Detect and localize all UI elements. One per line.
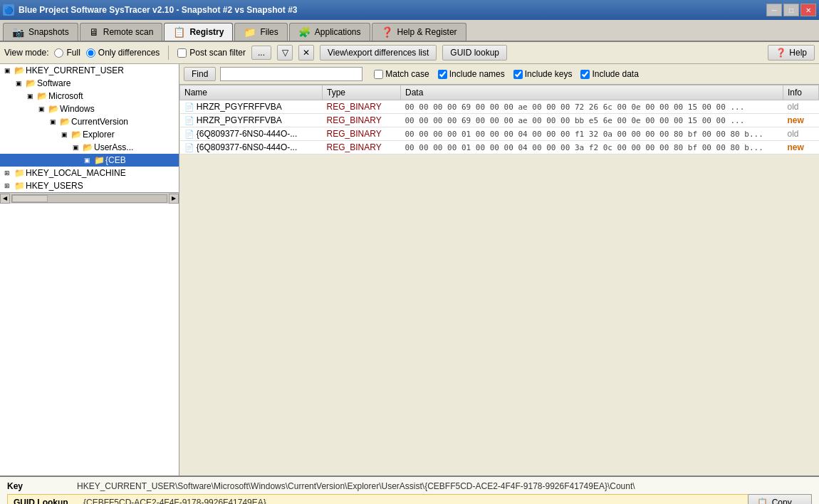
tree-label-windows: Windows bbox=[60, 104, 95, 114]
tree-hscroll[interactable]: ◀ ▶ bbox=[0, 192, 179, 204]
tree-node-ceb[interactable]: ▣ 📁 {CEB bbox=[0, 154, 179, 167]
guid-lookup-label: GUID Lookup bbox=[14, 498, 78, 504]
filter-icon[interactable]: ▽ bbox=[277, 45, 293, 61]
expand-windows[interactable]: ▣ bbox=[36, 103, 47, 115]
tab-applications[interactable]: 🧩 Applications bbox=[289, 23, 370, 41]
row-data-0: 00 00 00 00 69 00 00 00 ae 00 00 00 72 2… bbox=[401, 100, 783, 114]
expand-software[interactable]: ▣ bbox=[13, 78, 24, 89]
expand-microsoft[interactable]: ▣ bbox=[24, 90, 36, 102]
tree-node-microsoft[interactable]: ▣ 📂 Microsoft bbox=[0, 90, 179, 103]
dots-button[interactable]: ... bbox=[251, 46, 271, 60]
tree-label-explorer: Explorer bbox=[83, 130, 115, 140]
help-button[interactable]: ❓ Help bbox=[768, 45, 815, 61]
folder-icon-currentversion: 📂 bbox=[58, 117, 71, 127]
match-case-label: Match case bbox=[385, 69, 429, 79]
col-type[interactable]: Type bbox=[323, 85, 401, 100]
table-row[interactable]: 📄 {6Q809377-6NS0-444O-... REG_BINARY 00 … bbox=[180, 141, 819, 154]
row-doc-icon-3: 📄 bbox=[184, 143, 194, 152]
row-data-2: 00 00 00 00 01 00 00 00 04 00 00 00 f1 3… bbox=[401, 127, 783, 141]
help-icon: ❓ bbox=[776, 48, 786, 58]
table-row[interactable]: 📄 HRZR_PGYFRFFVBA REG_BINARY 00 00 00 00… bbox=[180, 114, 819, 127]
view-mode-diff[interactable]: Only differences bbox=[86, 48, 160, 58]
tab-remote-scan[interactable]: 🖥 Remote scan bbox=[80, 23, 163, 41]
only-diff-label: Only differences bbox=[98, 48, 160, 58]
expand-hklm[interactable]: ⊞ bbox=[1, 167, 13, 179]
row-data-3: 00 00 00 00 01 00 00 00 04 00 00 00 3a f… bbox=[401, 141, 783, 154]
hscroll-right[interactable]: ▶ bbox=[169, 194, 179, 204]
row-name-3: {6Q809377-6NS0-444O-... bbox=[197, 142, 297, 152]
expand-explorer[interactable]: ▣ bbox=[58, 129, 70, 140]
row-type-0: REG_BINARY bbox=[323, 100, 401, 114]
bottom-area: Key HKEY_CURRENT_USER\Software\Microsoft… bbox=[0, 476, 819, 504]
match-case-option[interactable]: Match case bbox=[374, 69, 429, 79]
col-data[interactable]: Data bbox=[401, 85, 783, 100]
tab-files[interactable]: 📁 Files bbox=[234, 23, 287, 41]
hscroll-thumb[interactable] bbox=[12, 195, 48, 202]
row-name-1: HRZR_PGYFRFFVBA bbox=[197, 115, 282, 125]
help-register-icon: ❓ bbox=[381, 26, 393, 38]
minimize-button[interactable]: ─ bbox=[766, 4, 782, 16]
expand-hku[interactable]: ⊞ bbox=[1, 180, 13, 191]
tree-node-explorer[interactable]: ▣ 📂 Explorer bbox=[0, 128, 179, 141]
guid-lookup-button[interactable]: GUID lookup bbox=[442, 45, 507, 61]
tree-node-hkcu[interactable]: ▣ 📂 HKEY_CURRENT_USER bbox=[0, 64, 179, 77]
expand-currentversion[interactable]: ▣ bbox=[47, 116, 58, 127]
tree-node-hku[interactable]: ⊞ 📁 HKEY_USERS bbox=[0, 179, 179, 192]
post-scan-filter-group[interactable]: Post scan filter bbox=[177, 48, 246, 58]
col-info[interactable]: Info bbox=[783, 85, 819, 100]
search-input[interactable] bbox=[220, 67, 362, 81]
tree-node-hklm[interactable]: ⊞ 📁 HKEY_LOCAL_MACHINE bbox=[0, 167, 179, 179]
tree-node-software[interactable]: ▣ 📂 Software bbox=[0, 77, 179, 90]
col-name[interactable]: Name bbox=[180, 85, 323, 100]
search-bar: Find Match case Include names Include ke… bbox=[179, 64, 819, 85]
window-title: Blue Project Software SysTracer v2.10 - … bbox=[19, 5, 298, 15]
expand-ceb[interactable]: ▣ bbox=[81, 154, 93, 166]
tree-node-userassist[interactable]: ▣ 📂 UserAss... bbox=[0, 141, 179, 154]
folder-icon-userassist: 📂 bbox=[81, 142, 94, 152]
view-mode-full[interactable]: Full bbox=[54, 48, 80, 58]
tree-node-windows[interactable]: ▣ 📂 Windows bbox=[0, 103, 179, 115]
row-type-3: REG_BINARY bbox=[323, 141, 401, 154]
tree-label-ceb: {CEB bbox=[105, 155, 126, 165]
table-row[interactable]: 📄 {6Q809377-6NS0-444O-... REG_BINARY 00 … bbox=[180, 127, 819, 141]
table-row[interactable]: 📄 HRZR_PGYFRFFVBA REG_BINARY 00 00 00 00… bbox=[180, 100, 819, 114]
snapshots-icon: 📷 bbox=[12, 26, 24, 38]
bottom-panel: Key HKEY_CURRENT_USER\Software\Microsoft… bbox=[0, 476, 819, 504]
include-data-label: Include data bbox=[592, 69, 638, 79]
expand-userassist[interactable]: ▣ bbox=[70, 142, 81, 153]
tab-snapshots[interactable]: 📷 Snapshots bbox=[3, 23, 78, 41]
include-names-option[interactable]: Include names bbox=[438, 69, 505, 79]
tab-bar: 📷 Snapshots 🖥 Remote scan 📋 Registry 📁 F… bbox=[0, 20, 819, 42]
row-info-0: old bbox=[783, 100, 819, 114]
view-mode-label: View mode: bbox=[4, 48, 48, 58]
tab-registry[interactable]: 📋 Registry bbox=[164, 23, 233, 41]
folder-icon-hkcu: 📂 bbox=[13, 65, 26, 75]
row-info-2: old bbox=[783, 127, 819, 141]
view-export-button[interactable]: View\export differences list bbox=[320, 45, 437, 61]
tree-node-currentversion[interactable]: ▣ 📂 CurrentVersion bbox=[0, 115, 179, 128]
row-doc-icon-2: 📄 bbox=[184, 130, 194, 138]
tree-panel: ▣ 📂 HKEY_CURRENT_USER ▣ 📂 Software ▣ 📂 M… bbox=[0, 64, 179, 476]
main-area: ▣ 📂 HKEY_CURRENT_USER ▣ 📂 Software ▣ 📂 M… bbox=[0, 64, 819, 476]
files-icon: 📁 bbox=[244, 26, 256, 38]
row-info-3: new bbox=[783, 141, 819, 154]
row-name-0: HRZR_PGYFRFFVBA bbox=[197, 102, 282, 112]
copy-button[interactable]: 📋 Copy bbox=[748, 494, 812, 504]
close-button[interactable]: ✕ bbox=[800, 4, 816, 16]
hscroll-left[interactable]: ◀ bbox=[0, 194, 10, 204]
find-button[interactable]: Find bbox=[184, 67, 216, 81]
title-bar: 🔵 Blue Project Software SysTracer v2.10 … bbox=[0, 0, 819, 20]
maximize-button[interactable]: □ bbox=[783, 4, 799, 16]
row-type-2: REG_BINARY bbox=[323, 127, 401, 141]
include-data-option[interactable]: Include data bbox=[580, 69, 638, 79]
folder-icon-ceb: 📁 bbox=[93, 155, 105, 165]
include-keys-option[interactable]: Include keys bbox=[513, 69, 573, 79]
hscroll-track[interactable] bbox=[11, 194, 167, 203]
row-name-2: {6Q809377-6NS0-444O-... bbox=[197, 129, 297, 139]
clear-filter-icon[interactable]: ✕ bbox=[298, 45, 314, 61]
tab-help-register[interactable]: ❓ Help & Register bbox=[372, 23, 466, 41]
key-value: HKEY_CURRENT_USER\Software\Microsoft\Win… bbox=[77, 481, 635, 491]
row-doc-icon-1: 📄 bbox=[184, 116, 194, 125]
expand-hkcu[interactable]: ▣ bbox=[1, 65, 13, 76]
toolbar: View mode: Full Only differences Post sc… bbox=[0, 42, 819, 64]
